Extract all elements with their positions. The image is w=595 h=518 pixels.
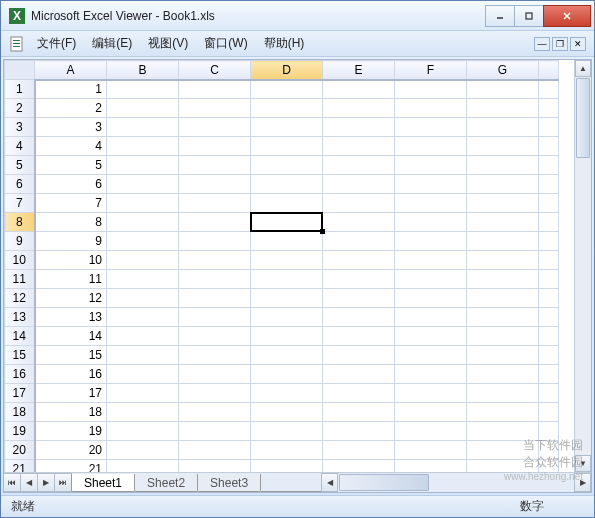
- cell-G21[interactable]: [467, 460, 539, 473]
- cell-A17[interactable]: 17: [35, 384, 107, 403]
- cell-F2[interactable]: [395, 99, 467, 118]
- cell-G16[interactable]: [467, 365, 539, 384]
- scroll-right-button[interactable]: ▶: [574, 473, 591, 492]
- cell-B12[interactable]: [107, 289, 179, 308]
- row-header-4[interactable]: 4: [5, 137, 35, 156]
- cell-C13[interactable]: [179, 308, 251, 327]
- row-header-11[interactable]: 11: [5, 270, 35, 289]
- cell-C10[interactable]: [179, 251, 251, 270]
- cell-D17[interactable]: [251, 384, 323, 403]
- cell-extra-14[interactable]: [539, 327, 559, 346]
- cell-extra-19[interactable]: [539, 422, 559, 441]
- cell-F4[interactable]: [395, 137, 467, 156]
- col-header-A[interactable]: A: [35, 61, 107, 80]
- row-header-17[interactable]: 17: [5, 384, 35, 403]
- cell-G5[interactable]: [467, 156, 539, 175]
- cell-B13[interactable]: [107, 308, 179, 327]
- cell-D2[interactable]: [251, 99, 323, 118]
- cell-G13[interactable]: [467, 308, 539, 327]
- cell-D15[interactable]: [251, 346, 323, 365]
- cell-extra-6[interactable]: [539, 175, 559, 194]
- cell-C16[interactable]: [179, 365, 251, 384]
- cell-D11[interactable]: [251, 270, 323, 289]
- cell-E10[interactable]: [323, 251, 395, 270]
- col-header-B[interactable]: B: [107, 61, 179, 80]
- cell-E18[interactable]: [323, 403, 395, 422]
- cell-C5[interactable]: [179, 156, 251, 175]
- spreadsheet-grid[interactable]: ABCDEFG112233445566778899101011111212131…: [4, 60, 574, 472]
- cell-E3[interactable]: [323, 118, 395, 137]
- row-header-13[interactable]: 13: [5, 308, 35, 327]
- cell-F20[interactable]: [395, 441, 467, 460]
- cell-B7[interactable]: [107, 194, 179, 213]
- cell-B1[interactable]: [107, 80, 179, 99]
- cell-B10[interactable]: [107, 251, 179, 270]
- row-header-5[interactable]: 5: [5, 156, 35, 175]
- cell-E19[interactable]: [323, 422, 395, 441]
- cell-extra-9[interactable]: [539, 232, 559, 251]
- cell-B14[interactable]: [107, 327, 179, 346]
- cell-A2[interactable]: 2: [35, 99, 107, 118]
- cell-A4[interactable]: 4: [35, 137, 107, 156]
- minimize-button[interactable]: [485, 5, 515, 27]
- titlebar[interactable]: X Microsoft Excel Viewer - Book1.xls: [1, 1, 594, 31]
- cell-A18[interactable]: 18: [35, 403, 107, 422]
- cell-F1[interactable]: [395, 80, 467, 99]
- cell-extra-16[interactable]: [539, 365, 559, 384]
- cell-A3[interactable]: 3: [35, 118, 107, 137]
- cell-extra-3[interactable]: [539, 118, 559, 137]
- cell-F11[interactable]: [395, 270, 467, 289]
- menu-edit[interactable]: 编辑(E): [84, 32, 140, 55]
- sheet-tab-sheet3[interactable]: Sheet3: [197, 474, 261, 492]
- cell-C4[interactable]: [179, 137, 251, 156]
- cell-D4[interactable]: [251, 137, 323, 156]
- cell-C9[interactable]: [179, 232, 251, 251]
- cell-extra-11[interactable]: [539, 270, 559, 289]
- cell-G19[interactable]: [467, 422, 539, 441]
- cell-E2[interactable]: [323, 99, 395, 118]
- cell-G10[interactable]: [467, 251, 539, 270]
- menu-file[interactable]: 文件(F): [29, 32, 84, 55]
- cell-E8[interactable]: [323, 213, 395, 232]
- cell-A21[interactable]: 21: [35, 460, 107, 473]
- row-header-10[interactable]: 10: [5, 251, 35, 270]
- scroll-up-button[interactable]: ▲: [575, 60, 591, 77]
- cell-B5[interactable]: [107, 156, 179, 175]
- doc-close-button[interactable]: ✕: [570, 37, 586, 51]
- sheet-tab-sheet1[interactable]: Sheet1: [71, 474, 135, 492]
- cell-A1[interactable]: 1: [35, 80, 107, 99]
- menu-window[interactable]: 窗口(W): [196, 32, 255, 55]
- cell-B18[interactable]: [107, 403, 179, 422]
- cell-D21[interactable]: [251, 460, 323, 473]
- cell-D20[interactable]: [251, 441, 323, 460]
- cell-extra-5[interactable]: [539, 156, 559, 175]
- cell-B6[interactable]: [107, 175, 179, 194]
- vscroll-thumb[interactable]: [576, 78, 590, 158]
- cell-extra-17[interactable]: [539, 384, 559, 403]
- col-header-G[interactable]: G: [467, 61, 539, 80]
- cell-B8[interactable]: [107, 213, 179, 232]
- menu-help[interactable]: 帮助(H): [256, 32, 313, 55]
- cell-F9[interactable]: [395, 232, 467, 251]
- cell-B21[interactable]: [107, 460, 179, 473]
- cell-F12[interactable]: [395, 289, 467, 308]
- cell-A15[interactable]: 15: [35, 346, 107, 365]
- row-header-15[interactable]: 15: [5, 346, 35, 365]
- cell-C19[interactable]: [179, 422, 251, 441]
- cell-G6[interactable]: [467, 175, 539, 194]
- cell-D7[interactable]: [251, 194, 323, 213]
- col-header-F[interactable]: F: [395, 61, 467, 80]
- cell-D18[interactable]: [251, 403, 323, 422]
- col-header-C[interactable]: C: [179, 61, 251, 80]
- cell-D3[interactable]: [251, 118, 323, 137]
- scroll-down-button[interactable]: ▼: [575, 455, 591, 472]
- cell-E7[interactable]: [323, 194, 395, 213]
- cell-extra-18[interactable]: [539, 403, 559, 422]
- cell-F16[interactable]: [395, 365, 467, 384]
- cell-A16[interactable]: 16: [35, 365, 107, 384]
- tab-nav-first-button[interactable]: ⏮: [3, 473, 21, 492]
- cell-B20[interactable]: [107, 441, 179, 460]
- cell-extra-8[interactable]: [539, 213, 559, 232]
- cell-C15[interactable]: [179, 346, 251, 365]
- row-header-3[interactable]: 3: [5, 118, 35, 137]
